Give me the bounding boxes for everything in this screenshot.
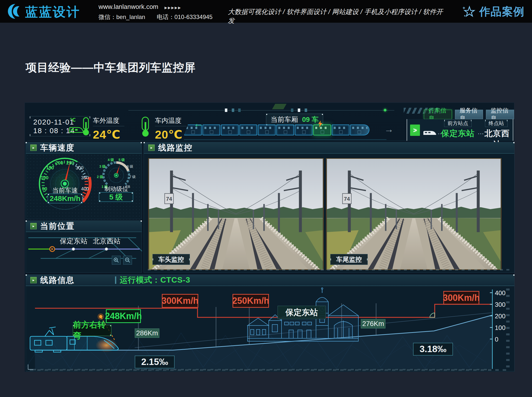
tab-service-info[interactable]: 服务信息 bbox=[455, 110, 483, 119]
vehicle-speed-panel: ▸ 车辆速度 0 50 100 150 20 bbox=[26, 142, 142, 219]
front-camera-label: 车头监控 bbox=[152, 254, 190, 265]
outside-temp-value: 24℃ bbox=[93, 128, 124, 141]
deco-square bbox=[298, 108, 300, 112]
portfolio-label: 作品案例 bbox=[479, 4, 525, 19]
terminal-station-label: 终点站 bbox=[485, 120, 508, 127]
svg-text:100: 100 bbox=[41, 175, 49, 180]
train-car[interactable] bbox=[332, 125, 349, 135]
next-station-label: 前方站点 bbox=[444, 120, 472, 127]
svg-text:4 级: 4 级 bbox=[108, 158, 114, 162]
train-carriage-diagram bbox=[184, 125, 386, 140]
train-car[interactable] bbox=[239, 125, 257, 135]
train-car[interactable] bbox=[258, 125, 276, 135]
svg-text:150: 150 bbox=[46, 165, 54, 170]
outside-temp-icon: ℃ bbox=[68, 116, 91, 137]
train-car[interactable] bbox=[202, 125, 220, 135]
grade-badge-a: 2.15‰ bbox=[135, 356, 175, 368]
lanlan-logo-icon bbox=[6, 2, 23, 20]
deco-square bbox=[232, 108, 234, 112]
logo-text: 蓝蓝设计 bbox=[25, 3, 80, 21]
line-monitor-panel: ▸ 线路监控 bbox=[144, 142, 515, 273]
brake-level-value: 5 级 bbox=[99, 192, 133, 202]
zoom-in-button[interactable] bbox=[112, 256, 121, 265]
rear-camera-label: 车尾监控 bbox=[330, 254, 368, 265]
pantograph-spark-icon bbox=[318, 121, 323, 128]
position-panel-header: ▸ 当前位置 bbox=[26, 221, 142, 232]
inside-temp-label: 车内温度 bbox=[155, 116, 186, 126]
inside-temp-icon bbox=[139, 116, 152, 137]
axis-tick-100: 100 bbox=[495, 324, 505, 332]
carriage-value: 09 车 bbox=[302, 115, 319, 124]
line-panel-header: ▸ 线路信息 运行模式：CTCS-3 bbox=[26, 275, 514, 286]
svg-text:℃: ℃ bbox=[70, 117, 76, 123]
speed-panel-body: 0 50 100 150 200 250 300 350 400 450 当前车… bbox=[26, 154, 142, 219]
current-carriage-box: 当前车厢 09 车 bbox=[266, 114, 323, 126]
inside-temp-value: 20℃ bbox=[155, 128, 186, 141]
curve-warning-badge: 前方右转弯 bbox=[73, 325, 112, 336]
line-info-panel: ▸ 线路信息 运行模式：CTCS-3 bbox=[26, 274, 515, 371]
inside-temp-block: 车内温度 20℃ bbox=[155, 116, 186, 141]
wechat-contact: 微信：ben_lanlan bbox=[99, 14, 145, 20]
train-car[interactable] bbox=[276, 125, 294, 135]
tab-driving-info[interactable]: 行车信息 bbox=[424, 110, 452, 119]
panel-arrow-icon: ▸ bbox=[148, 144, 155, 151]
svg-text:3 级: 3 级 bbox=[99, 164, 106, 168]
km-marker-b: 276Km bbox=[361, 319, 385, 328]
train-car[interactable] bbox=[221, 125, 239, 135]
top-decoration-line bbox=[128, 110, 394, 110]
position-panel-title: 当前位置 bbox=[40, 221, 75, 232]
run-mode-value: 运行模式：CTCS-3 bbox=[120, 275, 190, 286]
rear-camera-feed[interactable]: 74 车尾监控 bbox=[326, 158, 501, 270]
speed-limit-badge-b: 250Km/h bbox=[233, 294, 269, 308]
header-divider bbox=[115, 276, 116, 284]
portfolio-link[interactable]: 作品案例 bbox=[462, 4, 525, 19]
current-speed-value: 248Km/h bbox=[48, 194, 83, 203]
site-header: 蓝蓝设计 www.lanlanwork.com ▶▶▶▶▶ 微信：ben_lan… bbox=[0, 0, 532, 23]
front-camera-feed[interactable]: 74 车头监控 bbox=[148, 158, 324, 270]
chart-station-badge: 保定东站 bbox=[278, 306, 326, 319]
axis-tick-0: 0 bbox=[495, 336, 498, 343]
panel-arrow-icon: ▸ bbox=[30, 277, 37, 283]
speed-gauge: 0 50 100 150 200 250 300 350 400 450 bbox=[33, 155, 97, 216]
speed-panel-title: 车辆速度 bbox=[40, 142, 75, 153]
tab-monitor-info[interactable]: 监控信息 bbox=[486, 110, 514, 119]
chart-current-speed-badge: 248Km/h bbox=[106, 309, 141, 323]
route-map: 保定东站 北京西站 bbox=[26, 232, 142, 273]
mini-train-icon bbox=[422, 129, 437, 136]
svg-text:5 级: 5 级 bbox=[118, 158, 125, 162]
svg-text:6 级: 6 级 bbox=[127, 164, 133, 168]
phone-contact: 电话：010-63334945 bbox=[157, 14, 213, 20]
grade-badge-b: 3.18‰ bbox=[413, 343, 453, 356]
axis-tick-300: 300 bbox=[495, 301, 505, 308]
info-tabs: 行车信息 服务信息 监控信息 bbox=[424, 110, 514, 119]
station-expand-button[interactable]: > bbox=[410, 125, 420, 136]
train-car[interactable] bbox=[184, 125, 202, 135]
deco-square bbox=[238, 108, 241, 112]
svg-text:7 级: 7 级 bbox=[129, 175, 136, 179]
monitor-panel-title: 线路监控 bbox=[158, 142, 193, 153]
train-rail-line bbox=[184, 139, 386, 140]
header-contact: www.lanlanwork.com ▶▶▶▶▶ 微信：ben_lanlan 电… bbox=[99, 3, 213, 21]
deco-green-slash bbox=[272, 104, 287, 109]
axis-tick-200: 200 bbox=[495, 312, 505, 320]
deco-square bbox=[225, 108, 227, 112]
rear-camera-scene: 74 bbox=[327, 159, 501, 269]
route-station-a: 保定东站 bbox=[60, 236, 87, 246]
site-url: www.lanlanwork.com bbox=[99, 3, 158, 10]
line-panel-title: 线路信息 bbox=[40, 275, 75, 286]
zoom-in-icon bbox=[113, 257, 119, 263]
axis-tick-400: 400 bbox=[495, 289, 505, 297]
outside-temp-label: 车外温度 bbox=[93, 116, 124, 126]
zoom-out-button[interactable] bbox=[123, 256, 132, 265]
panel-arrow-icon: ▸ bbox=[30, 144, 37, 151]
star-icon bbox=[462, 5, 476, 19]
train-monitor-dashboard: 2020-11-01 18 : 08 : 14 ℃ 车外温度 24℃ 车内温度 … bbox=[25, 103, 514, 372]
panel-arrow-icon: ▸ bbox=[30, 223, 37, 229]
dashboard-bottom-ticks bbox=[30, 369, 510, 371]
svg-text:200: 200 bbox=[55, 160, 63, 165]
train-head-car[interactable] bbox=[350, 125, 369, 135]
train-car[interactable] bbox=[295, 125, 313, 135]
deco-square bbox=[305, 108, 307, 112]
km-marker-a: 286Km bbox=[135, 328, 159, 338]
speed-limit-badge-c: 300Km/h bbox=[443, 291, 479, 305]
